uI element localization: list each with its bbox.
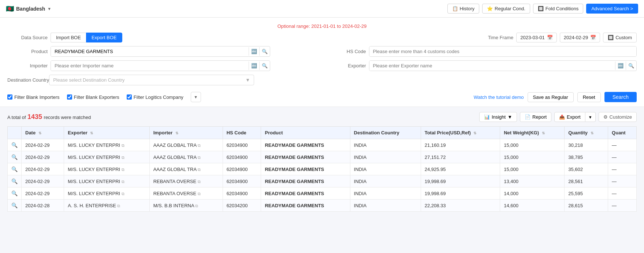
table-row: 🔍 2024-02-29 M/S. LUCKY ENTERPRI ⧉ REBAN… — [8, 187, 637, 200]
datasource-row: Data Source Import BOE Export BOE — [7, 33, 122, 42]
import-boe-button[interactable]: Import BOE — [51, 33, 86, 42]
filter-logistics[interactable]: Filter Logitics Company — [127, 94, 183, 100]
dest-country-label: Destination Country — [7, 77, 49, 83]
row-product[interactable]: READYMADE GARMENTS — [261, 175, 350, 187]
row-product[interactable]: READYMADE GARMENTS — [261, 163, 350, 175]
history-button[interactable]: 📋 History — [447, 4, 479, 14]
th-net-weight: Net Weight(KG) ⇅ — [500, 127, 565, 139]
filter-blank-importers-checkbox[interactable] — [7, 94, 12, 100]
country-name: Bangladesh — [16, 6, 45, 12]
dest-country-select[interactable]: Please select Destination Country ▼ — [49, 75, 254, 85]
row-quantity: 30,218 — [565, 139, 608, 151]
tutorial-button[interactable]: Watch the tutorial demo — [474, 94, 524, 100]
row-quant2: — — [608, 187, 637, 200]
export-dropdown-button[interactable]: ▼ — [585, 112, 596, 122]
reset-button[interactable]: Reset — [577, 92, 601, 102]
save-regular-button[interactable]: Save as Regular — [528, 92, 574, 102]
row-product[interactable]: READYMADE GARMENTS — [261, 187, 350, 200]
fold-icon: 🔲 — [538, 6, 544, 11]
product-search-icon[interactable]: 🔍 — [259, 47, 270, 56]
search-button[interactable]: Search — [604, 92, 637, 102]
row-search-icon[interactable]: 🔍 — [8, 163, 22, 175]
row-total-price: 24,925.95 — [421, 163, 500, 175]
export-button[interactable]: 📤 Export — [554, 112, 585, 122]
calendar-icon: 📅 — [590, 35, 596, 40]
th-quant2: Quant — [608, 127, 637, 139]
timeframe-inputs: 2023-03-01 📅 2024-02-29 📅 🔲 Custom — [516, 33, 637, 42]
row-exporter: A. S. H. ENTERPRISE ⧉ — [64, 200, 149, 212]
insight-chevron-icon: ▼ — [507, 114, 512, 120]
filter-blank-exporters[interactable]: Filter Blank Exporters — [67, 94, 119, 100]
row-hscode: 62034900 — [223, 163, 261, 175]
row-total-price: 19,998.69 — [421, 175, 500, 187]
row-quant2: — — [608, 151, 637, 163]
country-chevron-icon: ▼ — [47, 7, 51, 11]
row-dest-country: INDIA — [350, 187, 421, 200]
importer-input[interactable] — [51, 61, 249, 71]
bangladesh-flag: 🇧🇩 — [6, 5, 14, 13]
calendar-icon: 📅 — [547, 35, 553, 40]
filter-logistics-checkbox[interactable] — [127, 94, 132, 100]
date-to-input[interactable]: 2024-02-29 📅 — [560, 33, 600, 42]
row-date: 2024-02-29 — [22, 163, 64, 175]
dest-country-chevron-icon: ▼ — [245, 77, 250, 83]
row-product[interactable]: READYMADE GARMENTS — [261, 200, 350, 212]
row-search-icon[interactable]: 🔍 — [8, 187, 22, 200]
export-icon: 📤 — [559, 114, 565, 120]
results-count: A total of 1435 records were matched — [7, 113, 91, 121]
filter-blank-exporters-checkbox[interactable] — [67, 94, 72, 100]
customize-button[interactable]: ⚙ Customize — [599, 112, 637, 122]
row-search-icon[interactable]: 🔍 — [8, 200, 22, 212]
fold-conditions-button[interactable]: 🔲 Fold Conditions — [533, 4, 583, 14]
custom-button[interactable]: 🔲 Custom — [603, 33, 637, 42]
filter-blank-importers[interactable]: Filter Blank Importers — [7, 94, 60, 100]
star-icon: ⭐ — [487, 6, 493, 11]
importer-search-icon[interactable]: 🔍 — [259, 62, 270, 70]
row-total-price: 21,160.19 — [421, 139, 500, 151]
country-selector[interactable]: 🇧🇩 Bangladesh ▼ — [6, 5, 51, 13]
row-total-price: 19,998.69 — [421, 187, 500, 200]
hscode-input[interactable] — [369, 46, 637, 56]
advanced-search-button[interactable]: Advanced Search > — [586, 4, 638, 14]
row-product[interactable]: READYMADE GARMENTS — [261, 139, 350, 151]
filters-expand-button[interactable]: ▼ — [191, 92, 201, 102]
row-product[interactable]: READYMADE GARMENTS — [261, 151, 350, 163]
insight-button[interactable]: 📊 Insight ▼ — [479, 112, 517, 122]
row-net-weight: 15,000 — [500, 151, 565, 163]
row-date: 2024-02-29 — [22, 139, 64, 151]
row-hscode: 62034900 — [223, 151, 261, 163]
row-total-price: 22,208.33 — [421, 200, 500, 212]
importer-row: Importer 🔤 🔍 — [7, 60, 319, 71]
row-quant2: — — [608, 175, 637, 187]
product-input[interactable] — [51, 46, 249, 56]
exporter-translate-icon[interactable]: 🔤 — [615, 62, 626, 70]
row-search-icon[interactable]: 🔍 — [8, 139, 22, 151]
row-search-icon[interactable]: 🔍 — [8, 175, 22, 187]
regular-cond-button[interactable]: ⭐ Regular Cond. — [482, 4, 530, 14]
row-importer: M/S. B.B INTERNA ⧉ — [149, 200, 223, 212]
export-wrap: 📤 Export ▼ — [554, 112, 595, 122]
row-quantity: 25,595 — [565, 187, 608, 200]
table-row: 🔍 2024-02-29 M/S. LUCKY ENTERPRI ⧉ AAAZ … — [8, 151, 637, 163]
row-date: 2024-02-29 — [22, 187, 64, 200]
exporter-row: Exporter 🔤 🔍 — [326, 60, 637, 71]
importer-label: Importer — [7, 63, 48, 68]
row-importer: AAAZ GLOBAL TRA ⧉ — [149, 151, 223, 163]
row-quant2: — — [608, 200, 637, 212]
exporter-input[interactable] — [369, 61, 615, 71]
results-section: A total of 1435 records were matched 📊 I… — [0, 107, 644, 212]
date-from-input[interactable]: 2023-03-01 📅 — [516, 33, 557, 42]
row-search-icon[interactable]: 🔍 — [8, 151, 22, 163]
row-exporter: M/S. LUCKY ENTERPRI ⧉ — [64, 139, 149, 151]
row-net-weight: 14,600 — [500, 200, 565, 212]
product-translate-icon[interactable]: 🔤 — [249, 47, 259, 56]
row-dest-country: INDIA — [350, 139, 421, 151]
row-exporter: M/S. LUCKY ENTERPRI ⧉ — [64, 151, 149, 163]
exporter-search-icon[interactable]: 🔍 — [626, 62, 636, 70]
table-row: 🔍 2024-02-29 M/S. LUCKY ENTERPRI ⧉ REBAN… — [8, 175, 637, 187]
report-button[interactable]: 📄 Report — [520, 112, 551, 122]
exporter-label: Exporter — [326, 63, 366, 68]
importer-translate-icon[interactable]: 🔤 — [249, 62, 259, 70]
export-boe-button[interactable]: Export BOE — [86, 33, 122, 42]
row-dest-country: INDIA — [350, 200, 421, 212]
